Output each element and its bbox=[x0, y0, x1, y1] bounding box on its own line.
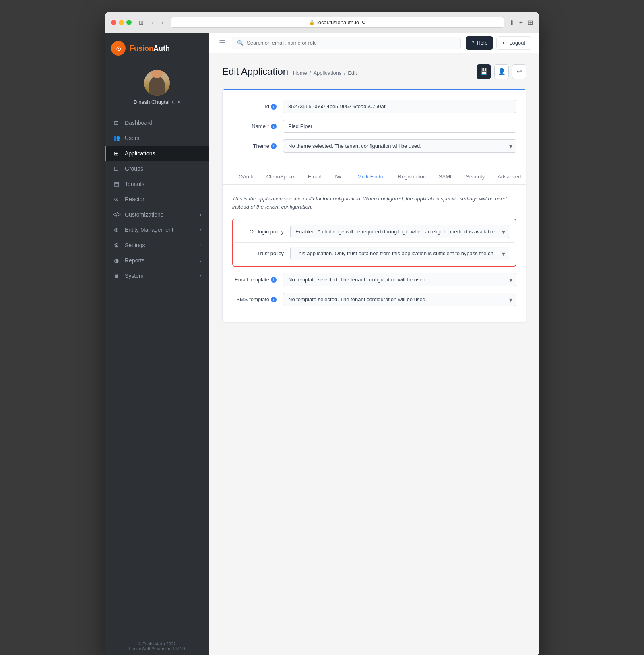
sms-template-info-icon[interactable]: i bbox=[271, 297, 277, 302]
users-icon: 👥 bbox=[113, 135, 120, 141]
search-icon: 🔍 bbox=[237, 40, 244, 46]
forward-button[interactable]: › bbox=[159, 19, 166, 27]
form-body: Id i Name* i bbox=[223, 90, 526, 169]
tab-oauth[interactable]: OAuth bbox=[232, 169, 260, 185]
user-name-icons: ⊟ ➤ bbox=[172, 99, 180, 105]
sidebar-item-label: System bbox=[125, 273, 144, 279]
sidebar-item-system[interactable]: 🖥 System ‹ bbox=[105, 268, 209, 283]
sidebar-item-reports[interactable]: ◑ Reports ‹ bbox=[105, 253, 209, 268]
chevron-icon: ‹ bbox=[200, 212, 201, 217]
reload-icon[interactable]: ↻ bbox=[361, 19, 366, 25]
theme-select[interactable]: No theme selected. The tenant configurat… bbox=[283, 139, 516, 153]
sidebar-item-label: Users bbox=[125, 135, 140, 141]
logout-icon: ↩ bbox=[502, 40, 507, 46]
id-label: Id i bbox=[232, 103, 277, 110]
customizations-icon: </> bbox=[113, 211, 120, 218]
id-field-row: Id i bbox=[232, 100, 516, 113]
name-label: Name* i bbox=[232, 123, 277, 129]
theme-info-icon[interactable]: i bbox=[271, 143, 277, 149]
tab-cleanspeak[interactable]: CleanSpeak bbox=[260, 169, 301, 185]
breadcrumb-home[interactable]: Home bbox=[293, 70, 307, 76]
page-header: Edit Application Home / Applications / E… bbox=[222, 64, 526, 79]
tab-email[interactable]: Email bbox=[301, 169, 328, 185]
on-login-policy-label: On login policy bbox=[239, 229, 284, 235]
sidebar-item-applications[interactable]: ⊞ Applications bbox=[105, 146, 209, 161]
tab-registration[interactable]: Registration bbox=[392, 169, 432, 185]
breadcrumb-applications[interactable]: Applications bbox=[313, 70, 341, 76]
sidebar-item-users[interactable]: 👥 Users bbox=[105, 130, 209, 146]
sidebar-item-label: Groups bbox=[125, 165, 143, 172]
theme-select-wrapper: No theme selected. The tenant configurat… bbox=[283, 139, 516, 153]
email-template-select[interactable]: No template selected. The tenant configu… bbox=[283, 273, 516, 286]
sms-template-select[interactable]: No template selected. The tenant configu… bbox=[283, 293, 516, 306]
tab-content-multi-factor: This is the application specific multi-f… bbox=[223, 185, 526, 322]
sidebar-item-settings[interactable]: ⚙ Settings ‹ bbox=[105, 238, 209, 253]
sidebar-item-label: Applications bbox=[125, 150, 155, 157]
trust-policy-select-wrapper: This application. Only trust obtained fr… bbox=[290, 247, 509, 260]
sidebar-item-dashboard[interactable]: ⊡ Dashboard bbox=[105, 115, 209, 130]
dashboard-icon: ⊡ bbox=[113, 120, 120, 126]
multifactor-info-text: This is the application specific multi-f… bbox=[232, 195, 516, 211]
breadcrumb-sep1: / bbox=[310, 70, 311, 76]
entity-management-icon: ⊜ bbox=[113, 227, 120, 233]
maximize-button[interactable] bbox=[126, 20, 132, 25]
sms-template-select-wrapper: No template selected. The tenant configu… bbox=[283, 293, 516, 306]
trust-policy-select[interactable]: This application. Only trust obtained fr… bbox=[290, 247, 509, 260]
tabs-icon[interactable]: ⊞ bbox=[528, 19, 533, 26]
tenants-icon: ▤ bbox=[113, 181, 120, 187]
sidebar-item-label: Settings bbox=[125, 242, 145, 248]
reactor-icon: ⊛ bbox=[113, 196, 120, 202]
logout-button[interactable]: ↩ Logout bbox=[496, 36, 531, 50]
main-content: ☰ 🔍 ? Help ↩ Logout bbox=[209, 33, 539, 655]
help-icon: ? bbox=[471, 40, 474, 46]
id-info-icon[interactable]: i bbox=[271, 104, 277, 110]
name-field-row: Name* i bbox=[232, 120, 516, 133]
tabs: OAuth CleanSpeak Email JWT Multi-Factor … bbox=[223, 169, 526, 185]
sidebar-item-groups[interactable]: ⊟ Groups bbox=[105, 161, 209, 176]
settings-icon: ⚙ bbox=[113, 242, 120, 248]
menu-toggle-button[interactable]: ☰ bbox=[217, 37, 227, 49]
help-button[interactable]: ? Help bbox=[466, 36, 493, 50]
applications-icon: ⊞ bbox=[113, 150, 120, 157]
sidebar-item-label: Customizations bbox=[125, 211, 163, 218]
back-button[interactable]: ↩ bbox=[512, 64, 526, 79]
close-button[interactable] bbox=[111, 20, 116, 25]
sidebar-item-label: Entity Management bbox=[125, 227, 173, 233]
sidebar-toggle-icon[interactable]: ⊞ bbox=[136, 19, 146, 27]
id-input[interactable] bbox=[283, 100, 516, 113]
browser-controls: ⊞ ‹ › bbox=[136, 19, 166, 27]
email-template-info-icon[interactable]: i bbox=[271, 277, 277, 283]
sidebar-item-customizations[interactable]: </> Customizations ‹ bbox=[105, 207, 209, 222]
page-actions: 💾 👤 ↩ bbox=[477, 64, 526, 79]
user-button[interactable]: 👤 bbox=[494, 64, 509, 79]
tab-security[interactable]: Security bbox=[459, 169, 491, 185]
form-card: Id i Name* i bbox=[222, 89, 526, 322]
name-info-icon[interactable]: i bbox=[271, 124, 277, 129]
sidebar-item-entity-management[interactable]: ⊜ Entity Management ‹ bbox=[105, 222, 209, 238]
on-login-policy-select-wrapper: Enabled. A challenge will be required du… bbox=[290, 225, 509, 238]
email-template-select-wrapper: No template selected. The tenant configu… bbox=[283, 273, 516, 286]
groups-icon: ⊟ bbox=[113, 165, 120, 172]
sidebar-item-reactor[interactable]: ⊛ Reactor bbox=[105, 192, 209, 207]
sms-template-row: SMS template i No template selected. The… bbox=[232, 293, 516, 306]
search-input[interactable] bbox=[247, 40, 456, 46]
top-bar: ☰ 🔍 ? Help ↩ Logout bbox=[209, 33, 539, 53]
sidebar-item-label: Reactor bbox=[125, 196, 144, 202]
minimize-button[interactable] bbox=[119, 20, 124, 25]
back-button[interactable]: ‹ bbox=[149, 19, 156, 27]
tab-jwt[interactable]: JWT bbox=[327, 169, 351, 185]
name-input[interactable] bbox=[283, 120, 516, 133]
tab-advanced[interactable]: Advanced bbox=[491, 169, 526, 185]
share-icon[interactable]: ⬆ bbox=[509, 19, 514, 26]
on-login-policy-select[interactable]: Enabled. A challenge will be required du… bbox=[290, 225, 509, 238]
breadcrumb-edit: Edit bbox=[348, 70, 357, 76]
new-tab-icon[interactable]: + bbox=[519, 19, 523, 26]
logout-label: Logout bbox=[509, 40, 525, 46]
help-label: Help bbox=[477, 40, 487, 46]
tab-saml[interactable]: SAML bbox=[432, 169, 459, 185]
sidebar-item-tenants[interactable]: ▤ Tenants bbox=[105, 176, 209, 192]
save-button[interactable]: 💾 bbox=[477, 64, 491, 79]
page-title: Edit Application bbox=[222, 66, 288, 77]
theme-field-row: Theme i No theme selected. The tenant co… bbox=[232, 139, 516, 153]
tab-multi-factor[interactable]: Multi-Factor bbox=[351, 169, 392, 185]
